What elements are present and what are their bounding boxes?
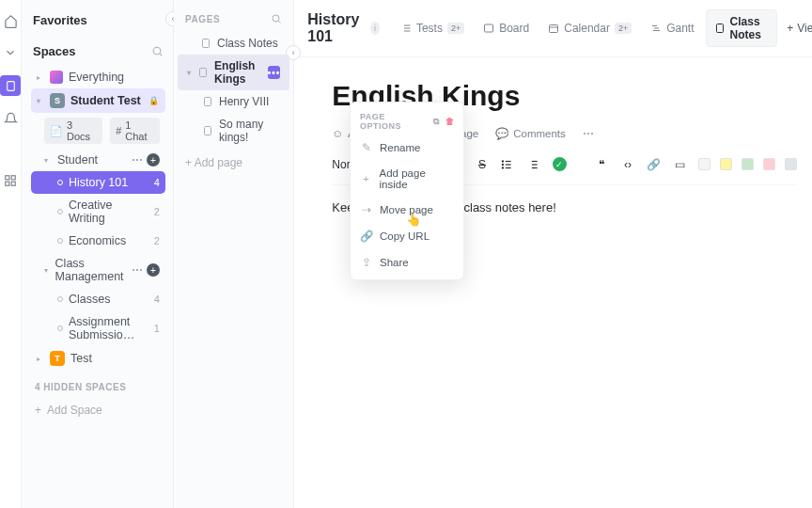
bell-icon[interactable] [1, 109, 20, 128]
list-assignment-submissions[interactable]: Assignment Submissio… 1 [31, 310, 165, 346]
pages-header: PAGES [174, 0, 293, 32]
view-badge: 2+ [447, 23, 464, 34]
more-button[interactable]: ⋯ [583, 127, 594, 140]
docs-chip[interactable]: 📄3 Docs [44, 118, 102, 144]
view-tests[interactable]: Tests 2+ [393, 17, 472, 40]
hidden-spaces-label[interactable]: 4 HIDDEN SPACES [31, 371, 165, 400]
svg-point-24 [502, 164, 503, 165]
svg-rect-12 [204, 127, 211, 135]
doc-icon[interactable] [0, 75, 21, 96]
more-icon[interactable]: ⋯ [132, 263, 143, 277]
color-swatch[interactable] [742, 158, 754, 170]
menu-share[interactable]: ⇪Share [351, 249, 463, 276]
list-name: Assignment Submissio… [69, 315, 148, 341]
page-title: Class Notes [217, 37, 278, 50]
add-icon[interactable]: + [147, 153, 160, 167]
folder-student[interactable]: ▾ Student ⋯ + [31, 149, 165, 171]
svg-point-25 [502, 167, 503, 167]
topbar: History 101 i Tests 2+ Board Calendar 2+… [294, 0, 812, 57]
list-creative-writing[interactable]: Creative Writing 2 [31, 194, 165, 230]
page-icon [197, 67, 209, 78]
list-name: Classes [69, 293, 110, 306]
svg-line-8 [279, 22, 281, 24]
caret-icon: ▸ [37, 73, 44, 82]
strikethrough-button[interactable]: S [474, 158, 491, 171]
spaces-label: Spaces [33, 44, 76, 58]
quote-button[interactable]: ❝ [593, 158, 610, 171]
list-dot-icon [57, 296, 63, 302]
list-history-101[interactable]: History 101 4 [31, 171, 165, 194]
view-class-notes[interactable]: Class Notes [706, 9, 778, 47]
more-icon[interactable]: ⋯ [132, 153, 143, 167]
sidebar: ‹ Favorites Spaces ▸ Everything ▾ S Stud… [22, 0, 174, 508]
pages-panel: ‹ PAGES Class Notes ▾ English Kings ••• … [174, 0, 294, 508]
code-button[interactable]: ‹› [619, 158, 636, 171]
space-name: Student Test [70, 94, 141, 107]
link-icon: 🔗 [360, 230, 372, 243]
space-chips-row: 📄3 Docs #1 Chat [31, 113, 165, 149]
menu-copy-url[interactable]: 🔗Copy URL [351, 223, 463, 249]
list-economics[interactable]: Economics 2 [31, 230, 165, 252]
checklist-button[interactable]: ✓ [553, 157, 567, 171]
smile-icon: ☺ [332, 128, 343, 139]
plus-icon: + [35, 404, 41, 417]
space-student-test[interactable]: ▾ S Student Test 🔒 [31, 88, 165, 113]
folder-class-management[interactable]: ▾ Class Management ⋯ + [31, 252, 165, 288]
add-page-button[interactable]: + Add page [174, 149, 293, 177]
page-so-many-kings[interactable]: So many kings! [178, 113, 289, 149]
page-henry-viii[interactable]: Henry VIII [178, 90, 289, 113]
menu-add-page-inside[interactable]: +Add page inside [351, 161, 463, 197]
add-icon[interactable]: + [147, 263, 160, 277]
duplicate-icon[interactable]: ⧉ [433, 117, 440, 127]
comments-button[interactable]: 💬Comments [495, 127, 566, 140]
doc-icon [714, 23, 726, 34]
breadcrumb-title[interactable]: History 101 [307, 11, 363, 45]
grid-icon[interactable] [1, 171, 20, 190]
chevron-icon[interactable] [1, 43, 20, 62]
color-swatch[interactable] [720, 158, 732, 170]
page-class-notes[interactable]: Class Notes [178, 32, 289, 55]
menu-rename[interactable]: ✎Rename [351, 135, 463, 161]
bullet-list-button[interactable] [500, 158, 517, 171]
list-classes[interactable]: Classes 4 [31, 288, 165, 310]
add-space-button[interactable]: + Add Space [31, 400, 165, 421]
menu-header: PAGE OPTIONS ⧉ 🗑 [351, 106, 463, 135]
home-icon[interactable] [1, 11, 20, 30]
list-count: 2 [154, 206, 160, 217]
view-calendar[interactable]: Calendar 2+ [540, 17, 639, 40]
color-swatch[interactable] [698, 158, 710, 170]
spaces-header: Spaces [31, 37, 165, 66]
page-english-kings[interactable]: ▾ English Kings ••• [178, 55, 289, 90]
space-avatar: T [50, 351, 65, 366]
list-dot-icon [57, 209, 63, 214]
plus-icon: + [360, 173, 372, 184]
link-button[interactable]: 🔗 [646, 158, 663, 171]
image-button[interactable]: ▭ [672, 158, 689, 171]
search-icon[interactable] [151, 45, 164, 57]
add-view-button[interactable]: + View [787, 22, 812, 35]
color-swatch[interactable] [763, 158, 775, 170]
chat-chip[interactable]: #1 Chat [110, 118, 160, 144]
page-more-button[interactable]: ••• [268, 66, 281, 79]
list-name: Creative Writing [69, 198, 148, 225]
everything-row[interactable]: ▸ Everything [31, 66, 165, 88]
color-swatch[interactable] [785, 158, 797, 170]
info-icon[interactable]: i [370, 22, 380, 35]
page-title: Henry VIII [219, 95, 269, 108]
svg-rect-3 [6, 182, 9, 185]
folder-name: Student [57, 153, 98, 167]
svg-rect-2 [11, 176, 15, 180]
space-test[interactable]: ▸ T Test [31, 346, 165, 371]
view-board[interactable]: Board [476, 17, 537, 40]
list-dot-icon [57, 238, 63, 244]
view-gantt[interactable]: Gantt [643, 17, 701, 40]
board-icon [483, 23, 494, 34]
trash-icon[interactable]: 🗑 [445, 117, 455, 127]
svg-rect-17 [550, 25, 558, 33]
numbered-list-button[interactable] [526, 158, 543, 171]
list-name: History 101 [69, 176, 128, 189]
caret-icon: ▸ [37, 355, 44, 363]
caret-icon: ▾ [187, 69, 192, 77]
search-icon[interactable] [271, 13, 282, 24]
favorites-header[interactable]: Favorites [31, 9, 165, 37]
